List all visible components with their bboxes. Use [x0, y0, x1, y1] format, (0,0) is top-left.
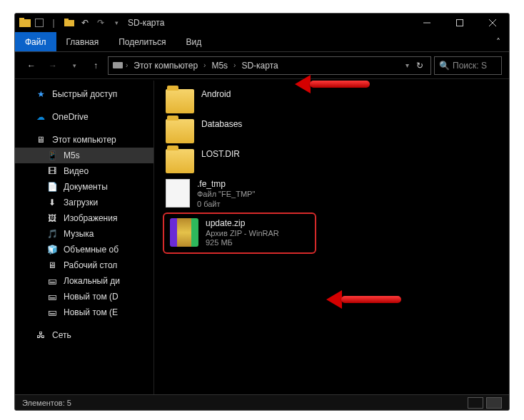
breadcrumb-sdcard[interactable]: SD-карта: [238, 61, 281, 71]
status-count-label: Элементов:: [22, 399, 65, 407]
view-icons-button[interactable]: [486, 397, 502, 409]
checkbox-icon[interactable]: [35, 19, 44, 27]
file-icon: [166, 179, 190, 208]
music-icon: 🎵: [46, 228, 58, 240]
minimize-button[interactable]: [410, 14, 443, 32]
close-button[interactable]: [476, 14, 509, 32]
sidebar-item-quick-access[interactable]: ★ Быстрый доступ: [15, 86, 153, 102]
list-item[interactable]: Databases: [163, 116, 306, 146]
refresh-icon[interactable]: ↻: [416, 61, 423, 71]
phone-icon: 📱: [46, 150, 58, 161]
sidebar-item-music[interactable]: 🎵 Музыка: [15, 226, 153, 242]
file-meta: Архив ZIP - WinRAR: [206, 229, 279, 239]
sidebar-item-label: M5s: [64, 150, 80, 160]
status-bar: Элементов: 5: [15, 394, 509, 410]
chevron-right-icon[interactable]: ›: [126, 61, 128, 69]
folder-icon: [166, 119, 194, 143]
document-icon: 📄: [46, 181, 58, 193]
file-meta: Файл "FE_TMP": [197, 190, 255, 200]
sidebar-item-desktop[interactable]: 🖥 Рабочий стол: [15, 257, 153, 273]
navigation-bar: ← → ▾ ↑ › Этот компьютер › M5s › SD-карт…: [15, 52, 509, 79]
tab-share[interactable]: Поделиться: [109, 32, 176, 51]
sidebar-item-label: Рабочий стол: [64, 260, 117, 270]
sidebar-item-documents[interactable]: 📄 Документы: [15, 179, 153, 195]
list-item[interactable]: update.zip Архив ZIP - WinRAR 925 МБ: [167, 215, 312, 252]
film-icon: 🎞: [46, 165, 58, 177]
sidebar-item-label: Новый том (D: [64, 292, 119, 302]
drive-icon: [113, 61, 123, 70]
tab-view[interactable]: Вид: [176, 32, 211, 51]
search-placeholder: Поиск: S: [453, 61, 487, 71]
sidebar-item-label: Загрузки: [64, 198, 98, 208]
sidebar-item-label: Изображения: [64, 213, 117, 223]
sidebar-item-volume-d[interactable]: 🖴 Новый том (D: [15, 289, 153, 304]
forward-button[interactable]: →: [44, 56, 62, 75]
sidebar-item-onedrive[interactable]: ☁ OneDrive: [15, 109, 153, 125]
sidebar-item-network[interactable]: 🖧 Сеть: [15, 327, 153, 343]
sidebar-item-label: Документы: [64, 182, 108, 192]
folder-small-icon[interactable]: [64, 17, 75, 29]
file-name: Databases: [201, 119, 242, 130]
recent-dropdown-icon[interactable]: ▾: [65, 56, 84, 75]
explorer-window: | ↶ ↷ ▾ SD-карта Файл Главная Поделиться…: [14, 13, 510, 411]
drive-icon: 🖴: [46, 291, 58, 302]
file-name: Android: [201, 89, 231, 100]
maximize-button[interactable]: [443, 14, 476, 32]
desktop-icon: 🖥: [46, 260, 58, 271]
sidebar-item-label: Видео: [64, 166, 89, 176]
navigation-pane: ★ Быстрый доступ ☁ OneDrive 🖥 Этот компь…: [15, 81, 154, 394]
breadcrumb-m5s[interactable]: M5s: [208, 61, 231, 71]
svg-rect-2: [64, 20, 74, 26]
search-input[interactable]: 🔍 Поиск: S: [434, 56, 502, 75]
app-icon: [19, 17, 31, 29]
tab-home[interactable]: Главная: [56, 32, 109, 51]
download-icon: ⬇: [46, 197, 58, 208]
sidebar-item-volume-e[interactable]: 🖴 Новый том (E: [15, 304, 153, 320]
list-item[interactable]: Android: [163, 86, 306, 116]
sidebar-item-pictures[interactable]: 🖼 Изображения: [15, 210, 153, 226]
sidebar-item-label: OneDrive: [52, 112, 89, 122]
sidebar-item-label: Объемные об: [64, 245, 119, 255]
titlebar: | ↶ ↷ ▾ SD-карта: [15, 14, 509, 32]
sidebar-item-label: Быстрый доступ: [52, 89, 117, 99]
address-dropdown-icon[interactable]: ▾: [405, 61, 409, 69]
up-button[interactable]: ↑: [86, 56, 105, 75]
chevron-right-icon[interactable]: ›: [233, 61, 236, 69]
sidebar-item-m5s[interactable]: 📱 M5s: [15, 148, 153, 163]
file-meta: 0 байт: [197, 200, 255, 210]
sidebar-item-label: Музыка: [64, 229, 94, 239]
file-list[interactable]: Android Databases LOST.DIR .fe_tmp Файл …: [154, 81, 509, 394]
sidebar-item-label: Локальный ди: [64, 276, 120, 286]
search-icon: 🔍: [439, 61, 450, 71]
qat-dropdown-icon[interactable]: ▾: [111, 17, 122, 29]
folder-icon: [166, 149, 194, 173]
sidebar-item-local-disk[interactable]: 🖴 Локальный ди: [15, 273, 153, 289]
sidebar-item-label: Этот компьютер: [52, 135, 116, 145]
ribbon-tabs: Файл Главная Поделиться Вид ˄: [15, 32, 509, 52]
undo-icon[interactable]: ↶: [79, 17, 91, 29]
list-item[interactable]: .fe_tmp Файл "FE_TMP" 0 байт: [163, 176, 306, 212]
file-name: update.zip: [206, 218, 279, 229]
svg-rect-1: [19, 18, 24, 21]
sidebar-item-downloads[interactable]: ⬇ Загрузки: [15, 195, 153, 210]
picture-icon: 🖼: [46, 212, 58, 224]
pc-icon: 🖥: [35, 134, 46, 145]
sidebar-item-this-pc[interactable]: 🖥 Этот компьютер: [15, 132, 153, 148]
sidebar-item-videos[interactable]: 🎞 Видео: [15, 163, 153, 179]
breadcrumb-pc[interactable]: Этот компьютер: [131, 61, 201, 71]
tab-file[interactable]: Файл: [15, 32, 56, 51]
cloud-icon: ☁: [35, 111, 46, 123]
svg-rect-8: [113, 62, 123, 68]
list-item[interactable]: LOST.DIR: [163, 146, 306, 176]
highlighted-file: update.zip Архив ZIP - WinRAR 925 МБ: [163, 212, 316, 255]
divider-icon: |: [48, 17, 59, 29]
network-icon: 🖧: [35, 329, 46, 341]
view-details-button[interactable]: [468, 397, 483, 409]
chevron-right-icon[interactable]: ›: [203, 61, 206, 69]
ribbon-collapse-icon[interactable]: ˄: [496, 37, 509, 47]
redo-icon[interactable]: ↷: [95, 17, 106, 29]
back-button[interactable]: ←: [22, 56, 41, 75]
svg-rect-3: [64, 19, 69, 21]
address-bar[interactable]: › Этот компьютер › M5s › SD-карта ▾ ↻: [108, 56, 431, 75]
sidebar-item-3dobjects[interactable]: 🧊 Объемные об: [15, 242, 153, 257]
